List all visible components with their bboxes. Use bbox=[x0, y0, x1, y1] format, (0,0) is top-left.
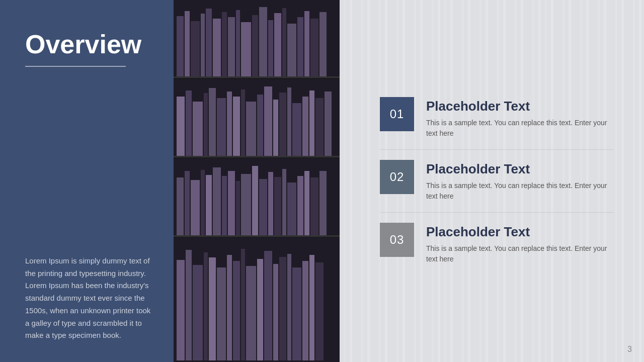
item-desc-3: This is a sample text. You can replace t… bbox=[426, 243, 614, 265]
item-content-3: Placeholder Text This is a sample text. … bbox=[426, 223, 614, 265]
item-content-2: Placeholder Text This is a sample text. … bbox=[426, 160, 614, 202]
left-panel: Overview Lorem Ipsum is simply dummy tex… bbox=[0, 0, 174, 362]
item-row-3: 03 Placeholder Text This is a sample tex… bbox=[380, 219, 614, 269]
title-underline bbox=[25, 66, 126, 67]
divider-1 bbox=[380, 149, 614, 150]
item-number-1: 01 bbox=[390, 107, 405, 121]
item-desc-2: This is a sample text. You can replace t… bbox=[426, 180, 614, 202]
page-number: 3 bbox=[627, 345, 632, 354]
item-number-box-2: 02 bbox=[380, 160, 414, 194]
item-number-2: 02 bbox=[390, 170, 405, 184]
slide: Overview Lorem Ipsum is simply dummy tex… bbox=[0, 0, 644, 362]
item-row-2: 02 Placeholder Text This is a sample tex… bbox=[380, 156, 614, 206]
item-content-1: Placeholder Text This is a sample text. … bbox=[426, 97, 614, 139]
item-number-3: 03 bbox=[390, 233, 405, 247]
bookshelf-visual bbox=[174, 0, 340, 362]
item-title-1: Placeholder Text bbox=[426, 99, 614, 114]
item-number-box-3: 03 bbox=[380, 223, 414, 257]
item-desc-1: This is a sample text. You can replace t… bbox=[426, 118, 614, 139]
slide-title: Overview bbox=[25, 30, 153, 59]
item-number-box-1: 01 bbox=[380, 97, 414, 131]
item-row-1: 01 Placeholder Text This is a sample tex… bbox=[380, 93, 614, 143]
body-text: Lorem Ipsum is simply dummy text of the … bbox=[25, 255, 153, 342]
divider-2 bbox=[380, 212, 614, 213]
center-image bbox=[174, 0, 340, 362]
right-panel: 01 Placeholder Text This is a sample tex… bbox=[340, 0, 644, 362]
item-title-2: Placeholder Text bbox=[426, 162, 614, 176]
item-title-3: Placeholder Text bbox=[426, 225, 614, 239]
title-section: Overview bbox=[25, 30, 153, 67]
